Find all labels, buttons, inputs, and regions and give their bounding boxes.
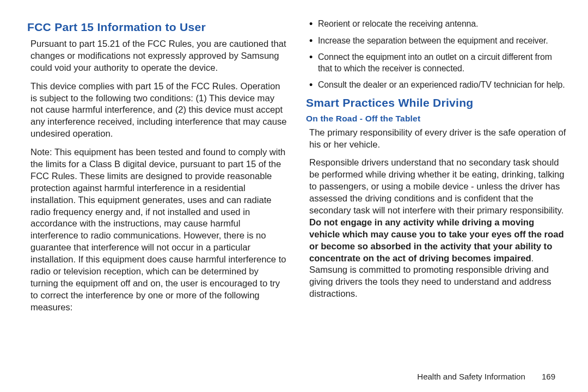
- heading-fcc: FCC Part 15 Information to User: [27, 21, 287, 34]
- footer-section-label: Health and Safety Information: [417, 372, 525, 381]
- measures-list: Reorient or relocate the receiving anten…: [306, 19, 566, 91]
- page-number: 169: [542, 372, 555, 381]
- paragraph: This device complies with part 15 of the…: [27, 81, 287, 140]
- subheading-on-the-road: On the Road - Off the Tablet: [306, 114, 566, 124]
- bold-text: Do not engage in any activity while driv…: [309, 217, 564, 264]
- paragraph: Pursuant to part 15.21 of the FCC Rules,…: [27, 38, 287, 74]
- page-footer: Health and Safety Information 169: [417, 372, 555, 381]
- list-item: Connect the equipment into an outlet on …: [309, 52, 566, 74]
- right-column: Reorient or relocate the receiving anten…: [306, 19, 566, 364]
- heading-smart-practices: Smart Practices While Driving: [306, 96, 566, 109]
- paragraph: Note: This equipment has been tested and…: [27, 146, 287, 313]
- paragraph: Responsible drivers understand that no s…: [306, 157, 566, 300]
- left-column: FCC Part 15 Information to User Pursuant…: [27, 19, 287, 364]
- list-item: Reorient or relocate the receiving anten…: [309, 19, 566, 30]
- list-item: Consult the dealer or an experienced rad…: [309, 79, 566, 91]
- text-run: Responsible drivers understand that no s…: [309, 157, 565, 216]
- manual-page: FCC Part 15 Information to User Pursuant…: [0, 0, 588, 370]
- paragraph: The primary responsibility of every driv…: [306, 127, 566, 151]
- list-item: Increase the separation between the equi…: [309, 35, 566, 47]
